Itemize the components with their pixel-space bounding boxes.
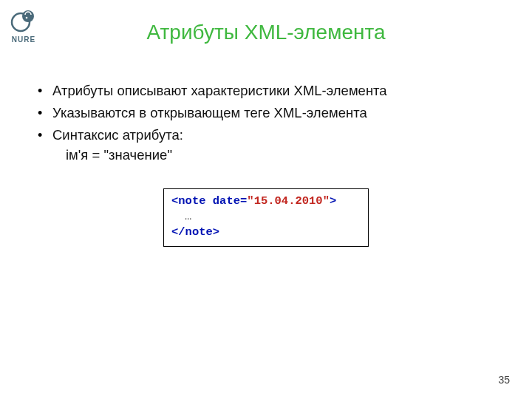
- slide-title: Атрибуты XML-элемента: [0, 21, 532, 44]
- code-tag-open-end: >: [330, 194, 336, 208]
- bullet-item: Атрибуты описывают характеристики XML-эл…: [33, 81, 499, 101]
- content-area: Атрибуты описывают характеристики XML-эл…: [33, 81, 499, 247]
- code-attr-name: date=: [213, 194, 248, 208]
- svg-point-2: [26, 17, 28, 19]
- syntax-example: ім'я = "значение": [33, 147, 499, 163]
- bullet-item: Указываются в открывающем теге XML-элеме…: [33, 103, 499, 123]
- code-example: <note date="15.04.2010"> … </note>: [163, 188, 369, 247]
- code-line-close: </note>: [171, 225, 361, 240]
- code-attr-value: "15.04.2010": [247, 194, 330, 208]
- logo-text: NURE: [12, 35, 35, 44]
- bullet-item: Синтаксис атрибута:: [33, 126, 499, 146]
- code-body: …: [171, 209, 361, 225]
- code-line-open: <note date="15.04.2010">: [171, 194, 361, 209]
- bullet-list: Атрибуты описывают характеристики XML-эл…: [33, 81, 499, 145]
- page-number: 35: [498, 374, 510, 386]
- logo-mark-icon: [10, 7, 37, 34]
- logo: NURE: [10, 7, 37, 44]
- code-tag-close: </note>: [171, 225, 219, 239]
- code-tag-open: <note: [171, 194, 213, 208]
